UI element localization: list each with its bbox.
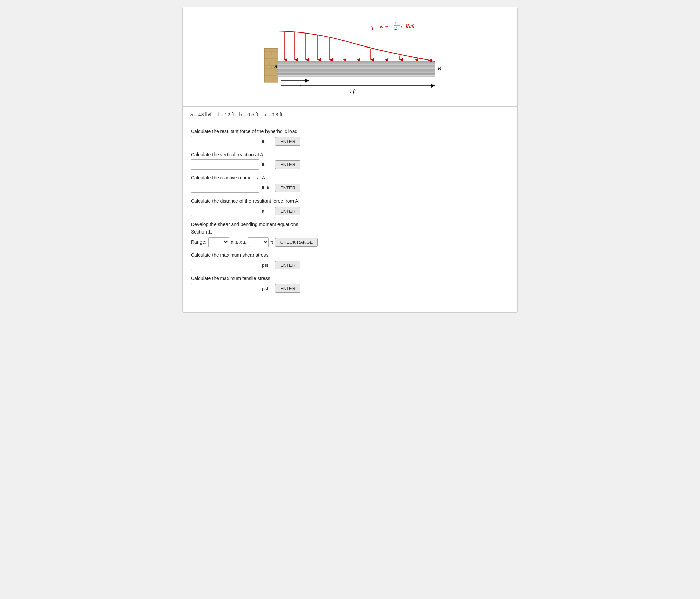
svg-text:x³ lb/ft: x³ lb/ft <box>400 24 415 30</box>
enter-button-vertical-reaction[interactable]: ENTER <box>275 160 300 169</box>
question-block-reactive-moment: Calculate the reactive moment at A: lb.f… <box>191 175 509 193</box>
unit-max-shear-stress: psf <box>262 263 272 268</box>
question-label-reactive-moment: Calculate the reactive moment at A: <box>191 175 509 181</box>
param-h: h = 0.8 ft <box>263 112 282 117</box>
input-resultant-force[interactable] <box>191 136 259 146</box>
param-l: l = 12 ft <box>218 112 234 117</box>
enter-button-resultant-force[interactable]: ENTER <box>275 137 300 146</box>
input-max-tensile-stress[interactable] <box>191 283 259 293</box>
input-vertical-reaction[interactable] <box>191 159 259 170</box>
load-formula-label: q = w − <box>371 24 388 30</box>
input-row-vertical-reaction: lb ENTER <box>191 159 509 170</box>
unit-reactive-moment: lb.ft <box>262 185 272 190</box>
main-content: Calculate the resultant force of the hyp… <box>183 122 517 312</box>
input-row-max-shear-stress: psf ENTER <box>191 260 509 270</box>
question-block-resultant-distance: Calculate the distance of the resultant … <box>191 198 509 216</box>
range-unit-left: ft <box>231 240 233 245</box>
range-sym: ≤ x ≤ <box>235 239 246 245</box>
svg-rect-21 <box>277 69 435 71</box>
question-block-resultant-force: Calculate the resultant force of the hyp… <box>191 129 509 146</box>
question-label-vertical-reaction: Calculate the vertical reaction at A: <box>191 152 509 157</box>
range-unit-right: ft <box>271 240 273 245</box>
input-row-resultant-distance: ft ENTER <box>191 206 509 216</box>
question-block-max-shear-stress: Calculate the maximum shear stress: psf … <box>191 252 509 270</box>
enter-button-resultant-distance[interactable]: ENTER <box>275 207 300 215</box>
svg-rect-19 <box>277 65 435 67</box>
svg-rect-23 <box>277 73 435 75</box>
svg-rect-22 <box>277 71 435 73</box>
label-x: x <box>299 82 302 88</box>
input-max-shear-stress[interactable] <box>191 260 259 270</box>
range-select-right[interactable]: 6 12 <box>248 237 269 247</box>
unit-resultant-distance: ft <box>262 209 272 214</box>
unit-vertical-reaction: lb <box>262 162 272 167</box>
input-reactive-moment[interactable] <box>191 183 259 193</box>
range-label: Range: <box>191 239 206 245</box>
label-B: B <box>438 65 441 72</box>
enter-button-reactive-moment[interactable]: ENTER <box>275 184 300 192</box>
svg-rect-18 <box>277 63 435 65</box>
input-row-reactive-moment: lb.ft ENTER <box>191 183 509 193</box>
range-row: Range: 0 1 2 ft ≤ x ≤ 6 12 ft CHECK RANG… <box>191 237 509 247</box>
diagram-svg: q = w − 1 2 x³ lb/ft A B x l ft <box>244 17 456 99</box>
label-l: l ft <box>350 89 356 95</box>
unit-resultant-force: lb <box>262 139 272 144</box>
section1-header: Section 1: <box>191 229 509 235</box>
input-resultant-distance[interactable] <box>191 206 259 216</box>
enter-button-max-tensile-stress[interactable]: ENTER <box>275 284 300 293</box>
input-row-max-tensile-stress: psf ENTER <box>191 283 509 293</box>
param-w: w = 43 lb/ft <box>190 112 213 117</box>
diagram-area: q = w − 1 2 x³ lb/ft A B x l ft <box>183 7 517 107</box>
page-container: q = w − 1 2 x³ lb/ft A B x l ft w = 43 l… <box>182 7 518 313</box>
input-row-resultant-force: lb ENTER <box>191 136 509 146</box>
shear-bending-label: Develop the shear and bending moment equ… <box>191 222 509 227</box>
range-select-left[interactable]: 0 1 2 <box>208 237 229 247</box>
question-label-max-tensile-stress: Calculate the maximum tensile stress: <box>191 276 509 281</box>
question-block-max-tensile-stress: Calculate the maximum tensile stress: ps… <box>191 276 509 293</box>
question-label-max-shear-stress: Calculate the maximum shear stress: <box>191 252 509 258</box>
question-label-resultant-force: Calculate the resultant force of the hyp… <box>191 129 509 134</box>
svg-text:1: 1 <box>394 21 397 26</box>
svg-rect-24 <box>277 75 435 77</box>
params-area: w = 43 lb/ft l = 12 ft b = 0.5 ft h = 0.… <box>183 107 517 122</box>
label-A: A <box>274 63 277 69</box>
svg-rect-20 <box>277 67 435 69</box>
svg-text:2: 2 <box>394 26 397 31</box>
question-block-vertical-reaction: Calculate the vertical reaction at A: lb… <box>191 152 509 170</box>
check-range-button[interactable]: CHECK RANGE <box>275 238 318 247</box>
shear-bending-block: Develop the shear and bending moment equ… <box>191 222 509 247</box>
enter-button-max-shear-stress[interactable]: ENTER <box>275 261 300 269</box>
question-label-resultant-distance: Calculate the distance of the resultant … <box>191 198 509 204</box>
param-b: b = 0.5 ft <box>239 112 258 117</box>
svg-rect-17 <box>277 61 435 63</box>
unit-max-tensile-stress: psf <box>262 286 272 291</box>
